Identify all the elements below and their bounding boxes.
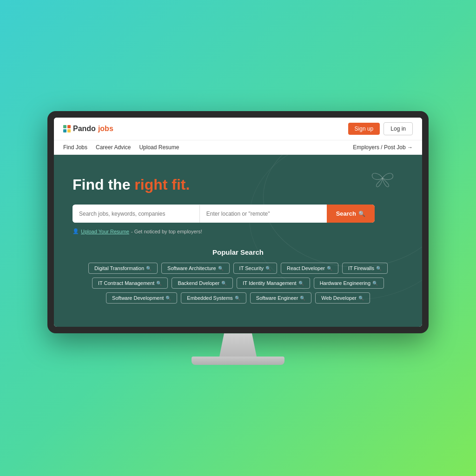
tag-search-icon: 🔍 (218, 266, 224, 271)
popular-tag[interactable]: Software Engineer🔍 (250, 292, 312, 304)
tag-label: IT Identity Management (243, 280, 296, 286)
tag-label: Web Developer (321, 295, 357, 301)
tag-label: React Developer (287, 265, 325, 271)
tag-search-icon: 🔍 (221, 281, 227, 286)
popular-section: Popular Search Digital Transformation🔍So… (73, 248, 403, 304)
tag-search-icon: 🔍 (300, 296, 305, 301)
tag-label: Software Engineer (256, 295, 298, 301)
signup-button[interactable]: Sign up (348, 123, 380, 135)
tag-label: Backend Dveloper (178, 280, 219, 286)
hero-section: Find the right fit. Search 🔍 👤 Upload Yo… (54, 155, 422, 327)
tag-label: Hardware Engineering (320, 280, 370, 286)
monitor-body: Pandojobs Sign up Log in Find Jobs Caree… (47, 111, 429, 333)
logo-icon (63, 125, 71, 132)
popular-tag[interactable]: IT Firewalls🔍 (342, 263, 388, 274)
monitor-stand-base (192, 357, 284, 365)
tag-search-icon: 🔍 (358, 296, 364, 301)
upload-hint-text: - Get noticed by top employers! (131, 229, 202, 234)
upload-resume-link[interactable]: Upload Your Resume (81, 229, 129, 234)
search-button[interactable]: Search 🔍 (327, 205, 375, 223)
tag-search-icon: 🔍 (146, 266, 152, 271)
logo-icon-cell-4 (67, 129, 71, 132)
hero-title: Find the right fit. (73, 176, 403, 193)
hero-title-accent: right fit. (134, 176, 190, 193)
nav-career-advice[interactable]: Career Advice (96, 144, 131, 151)
upload-resume-hint: 👤 Upload Your Resume - Get noticed by to… (73, 228, 403, 234)
nav-find-jobs[interactable]: Find Jobs (63, 144, 87, 151)
tag-search-icon: 🔍 (327, 266, 332, 271)
subnav-links: Find Jobs Career Advice Upload Resume (63, 144, 179, 151)
tag-search-icon: 🔍 (165, 296, 171, 301)
search-icon: 🔍 (358, 211, 365, 217)
tag-search-icon: 🔍 (156, 281, 162, 286)
nav-upload-resume[interactable]: Upload Resume (139, 144, 179, 151)
tags-container: Digital Transformation🔍Software Architec… (73, 263, 403, 304)
logo-icon-cell-2 (67, 125, 71, 128)
popular-title: Popular Search (73, 248, 403, 256)
tag-label: Embedded Systems (187, 295, 232, 301)
search-keyword-input[interactable] (73, 205, 200, 223)
popular-tag[interactable]: Software Development🔍 (106, 292, 177, 304)
tag-search-icon: 🔍 (298, 281, 304, 286)
subnav: Find Jobs Career Advice Upload Resume Em… (54, 140, 422, 155)
tag-label: IT Contract Management (98, 280, 154, 286)
popular-tag[interactable]: IT Identity Management🔍 (237, 278, 310, 289)
monitor-screen: Pandojobs Sign up Log in Find Jobs Caree… (54, 118, 422, 327)
search-location-input[interactable] (200, 205, 327, 223)
tag-label: Software Architecture (167, 265, 216, 271)
nav-buttons: Sign up Log in (348, 122, 413, 135)
employers-link[interactable]: Employers / Post Job → (353, 144, 413, 151)
monitor-stand-neck (215, 333, 261, 357)
logo-text-pando: Pando (73, 125, 96, 133)
logo-icon-cell-1 (63, 125, 66, 128)
tag-label: Digital Transformation (94, 265, 144, 271)
login-button[interactable]: Log in (383, 122, 413, 135)
logo: Pandojobs (63, 125, 113, 133)
popular-tag[interactable]: Backend Dveloper🔍 (172, 278, 233, 289)
popular-tag[interactable]: IT Security🔍 (233, 263, 277, 274)
monitor-wrapper: Pandojobs Sign up Log in Find Jobs Caree… (47, 111, 429, 365)
popular-tag[interactable]: Digital Transformation🔍 (88, 263, 158, 274)
tag-search-icon: 🔍 (376, 266, 382, 271)
tag-label: IT Firewalls (348, 265, 374, 271)
popular-tag[interactable]: IT Contract Management🔍 (92, 278, 168, 289)
tag-search-icon: 🔍 (235, 296, 240, 301)
popular-tag[interactable]: Web Developer🔍 (315, 292, 370, 304)
tag-label: Software Development (112, 295, 164, 301)
tag-label: IT Security (239, 265, 264, 271)
search-bar: Search 🔍 (73, 205, 375, 223)
butterfly-decoration (371, 169, 394, 187)
tag-search-icon: 🔍 (265, 266, 271, 271)
logo-icon-cell-3 (63, 129, 66, 132)
tag-search-icon: 🔍 (372, 281, 378, 286)
popular-tag[interactable]: React Developer🔍 (281, 263, 338, 274)
upload-icon: 👤 (73, 228, 79, 234)
navbar: Pandojobs Sign up Log in (54, 118, 422, 140)
hero-title-prefix: Find the (73, 176, 134, 193)
popular-tag[interactable]: Software Architecture🔍 (161, 263, 230, 274)
popular-tag[interactable]: Hardware Engineering🔍 (314, 278, 384, 289)
popular-tag[interactable]: Embedded Systems🔍 (181, 292, 246, 304)
search-button-label: Search (336, 210, 356, 217)
logo-text-jobs: jobs (98, 125, 113, 133)
